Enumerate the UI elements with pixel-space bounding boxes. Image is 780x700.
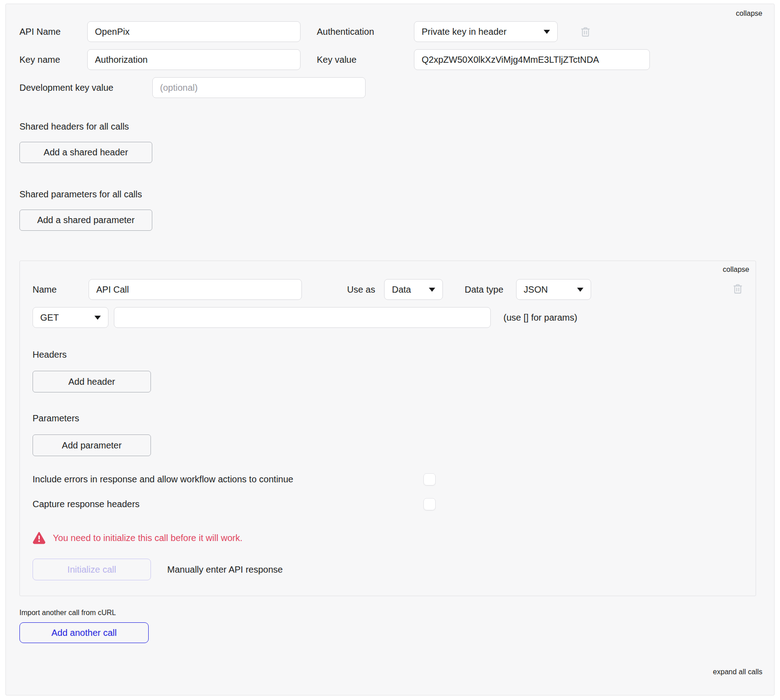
delete-api-button[interactable] xyxy=(579,26,592,38)
caret-down-icon xyxy=(429,288,435,292)
use-as-select-value: Data xyxy=(392,285,411,295)
key-name-input[interactable] xyxy=(87,49,301,70)
initialize-row: Initialize call Manually enter API respo… xyxy=(33,559,743,580)
development-key-row: Development key value xyxy=(19,77,761,98)
include-errors-checkbox[interactable] xyxy=(423,473,436,485)
authentication-select-value: Private key in header xyxy=(422,27,507,37)
api-name-input[interactable] xyxy=(87,21,301,42)
initialize-warning: You need to initialize this call before … xyxy=(33,532,743,544)
trash-icon xyxy=(732,283,744,295)
caret-down-icon xyxy=(94,316,101,320)
capture-headers-checkbox[interactable] xyxy=(423,498,436,510)
add-header-button[interactable]: Add header xyxy=(33,371,151,392)
method-select[interactable]: GET xyxy=(33,307,108,328)
initialize-call-button[interactable]: Initialize call xyxy=(33,559,151,580)
data-type-select[interactable]: JSON xyxy=(516,279,591,300)
key-value-label: Key value xyxy=(317,55,414,65)
url-params-hint: (use [] for params) xyxy=(503,313,577,323)
api-call-card: collapse Name Use as Data Data type JSON xyxy=(19,261,756,596)
import-curl-link[interactable]: Import another call from cURL xyxy=(19,609,761,617)
warning-icon xyxy=(33,532,46,544)
url-input[interactable] xyxy=(114,307,491,328)
caret-down-icon xyxy=(577,288,583,292)
call-name-label: Name xyxy=(33,285,89,295)
development-key-label: Development key value xyxy=(19,83,152,93)
api-config-panel: collapse API Name Authentication Private… xyxy=(5,4,775,695)
warning-text: You need to initialize this call before … xyxy=(53,533,242,543)
call-name-input[interactable] xyxy=(89,279,302,300)
method-select-value: GET xyxy=(40,313,59,323)
parameters-heading: Parameters xyxy=(33,413,743,424)
shared-headers-heading: Shared headers for all calls xyxy=(19,121,761,132)
add-shared-parameter-button[interactable]: Add a shared parameter xyxy=(19,210,152,231)
capture-headers-option-row: Capture response headers xyxy=(33,498,436,510)
use-as-select[interactable]: Data xyxy=(384,279,443,300)
caret-down-icon xyxy=(544,30,550,34)
data-type-select-value: JSON xyxy=(524,285,548,295)
call-url-row: GET (use [] for params) xyxy=(33,307,743,328)
authentication-select[interactable]: Private key in header xyxy=(414,21,558,42)
authentication-label: Authentication xyxy=(317,27,414,37)
data-type-label: Data type xyxy=(465,285,503,295)
api-name-row: API Name Authentication Private key in h… xyxy=(19,21,761,42)
expand-all-calls-link[interactable]: expand all calls xyxy=(713,668,762,676)
add-shared-header-button[interactable]: Add a shared header xyxy=(19,142,152,163)
add-another-call-button[interactable]: Add another call xyxy=(19,622,149,643)
add-parameter-button[interactable]: Add parameter xyxy=(33,434,151,456)
include-errors-label: Include errors in response and allow wor… xyxy=(33,474,293,485)
include-errors-option-row: Include errors in response and allow wor… xyxy=(33,473,436,485)
key-row: Key name Key value xyxy=(19,49,761,70)
headers-heading: Headers xyxy=(33,350,743,360)
key-name-label: Key name xyxy=(19,55,87,65)
development-key-input[interactable] xyxy=(152,77,366,98)
use-as-label: Use as xyxy=(347,285,375,295)
trash-icon xyxy=(579,26,592,38)
collapse-call-link[interactable]: collapse xyxy=(723,266,749,274)
collapse-api-link[interactable]: collapse xyxy=(736,9,762,18)
capture-headers-label: Capture response headers xyxy=(33,499,140,509)
key-value-input[interactable] xyxy=(414,49,650,70)
delete-call-button[interactable] xyxy=(732,283,744,295)
call-name-row: Name Use as Data Data type JSON xyxy=(33,279,743,300)
api-name-label: API Name xyxy=(19,27,87,37)
manual-response-link[interactable]: Manually enter API response xyxy=(167,565,283,575)
shared-parameters-heading: Shared parameters for all calls xyxy=(19,189,761,200)
